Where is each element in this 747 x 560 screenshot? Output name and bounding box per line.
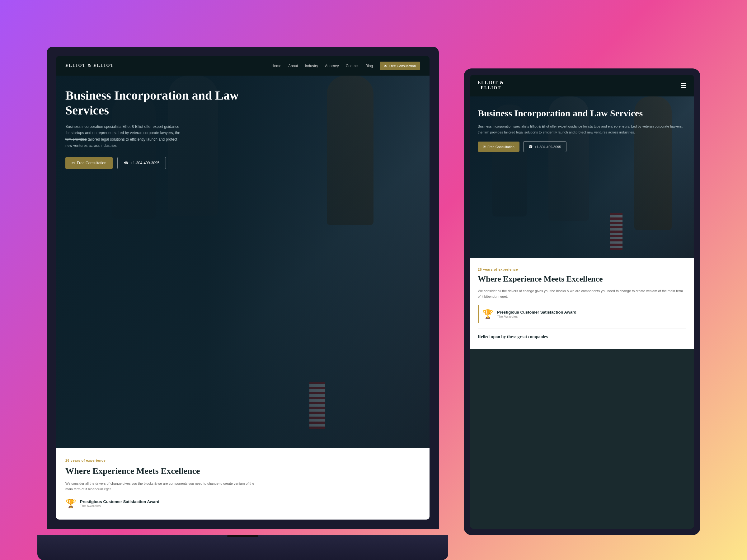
- laptop-logo: ELLIOT & ELLIOT: [66, 63, 114, 69]
- website-tablet: ELLIOT &ELLIOT ☰ Bu: [470, 75, 694, 529]
- hero-title-tablet: Business Incorporation and Law Services: [478, 107, 686, 119]
- free-consultation-button-tablet[interactable]: ✉ Free Consultation: [478, 141, 519, 152]
- hero-title-laptop: Business Incorporation and Law Services: [66, 88, 252, 118]
- section-tag-tablet: 26 years of experience: [478, 268, 686, 271]
- hero-buttons-tablet: ✉ Free Consultation ☎ +1-304-499-3095: [478, 141, 686, 152]
- nav-about[interactable]: About: [288, 64, 298, 68]
- comment-icon: ✉: [384, 64, 387, 68]
- section-description-tablet: We consider all the drivers of change gi…: [478, 288, 686, 300]
- award-text-tablet: Prestigious Customer Satisfaction Award …: [497, 310, 576, 318]
- relied-upon-text: Relied upon by these great companies: [478, 335, 686, 340]
- laptop-body: ELLIOT & ELLIOT Home About Industry Atto…: [47, 47, 439, 529]
- hero-content-tablet: Business Incorporation and Law Services …: [470, 97, 694, 163]
- hero-description-laptop: Business incorporation specialists Ellio…: [66, 124, 184, 149]
- laptop-device: ELLIOT & ELLIOT Home About Industry Atto…: [47, 47, 439, 560]
- phone-icon-btn: ☎: [124, 161, 129, 165]
- nav-contact[interactable]: Contact: [346, 64, 359, 68]
- tablet-screen-bezel: ELLIOT &ELLIOT ☰ Bu: [470, 75, 694, 529]
- laptop-base: [37, 535, 448, 560]
- tablet-logo: ELLIOT &ELLIOT: [478, 80, 504, 91]
- divider: [478, 328, 686, 329]
- scene: ELLIOT & ELLIOT Home About Industry Atto…: [31, 31, 716, 529]
- hamburger-menu-icon[interactable]: ☰: [681, 82, 686, 89]
- nav-cta-button[interactable]: ✉ Free Consultation: [380, 61, 420, 70]
- free-consultation-label: Free Consultation: [77, 161, 106, 165]
- navbar-tablet: ELLIOT &ELLIOT ☰: [470, 75, 694, 97]
- tablet-device: ELLIOT &ELLIOT ☰ Bu: [464, 69, 700, 535]
- hero-section-tablet: Business Incorporation and Law Services …: [470, 97, 694, 258]
- laptop-hinge: [227, 535, 258, 537]
- trophy-icon: 🏆: [66, 499, 76, 509]
- award-text: Prestigious Customer Satisfaction Award …: [80, 499, 159, 508]
- phone-label-tablet: +1-304-499-3095: [535, 145, 561, 149]
- hero-content: Business Incorporation and Law Services …: [56, 76, 261, 179]
- navbar-laptop: ELLIOT & ELLIOT Home About Industry Atto…: [56, 56, 430, 76]
- free-consultation-button-laptop[interactable]: ✉ Free Consultation: [66, 157, 113, 169]
- section-title-tablet: Where Experience Meets Excellence: [478, 274, 686, 284]
- hero-description-tablet: Business incorporation specialists Ellio…: [478, 124, 686, 135]
- hero-buttons-laptop: ✉ Free Consultation ☎ +1-304-499-3095: [66, 157, 252, 169]
- comment-icon-tablet: ✉: [483, 145, 486, 149]
- experience-section-laptop: 26 years of experience Where Experience …: [56, 448, 430, 519]
- comment-icon-btn: ✉: [72, 161, 75, 165]
- nav-attorney[interactable]: Attorney: [325, 64, 339, 68]
- free-consultation-label-tablet: Free Consultation: [487, 145, 515, 149]
- phone-icon-tablet: ☎: [529, 145, 533, 149]
- phone-button-tablet[interactable]: ☎ +1-304-499-3095: [523, 141, 566, 152]
- nav-home[interactable]: Home: [272, 64, 281, 68]
- experience-section-tablet: 26 years of experience Where Experience …: [470, 258, 694, 349]
- trophy-icon-tablet: 🏆: [483, 309, 493, 319]
- website-laptop: ELLIOT & ELLIOT Home About Industry Atto…: [56, 56, 430, 519]
- phone-label-laptop: +1-304-499-3095: [131, 161, 159, 165]
- nav-industry[interactable]: Industry: [305, 64, 318, 68]
- phone-button-laptop[interactable]: ☎ +1-304-499-3095: [117, 157, 166, 169]
- award-block-laptop: 🏆 Prestigious Customer Satisfaction Awar…: [66, 499, 420, 509]
- section-title-laptop: Where Experience Meets Excellence: [66, 466, 420, 476]
- section-tag-laptop: 26 years of experience: [66, 459, 420, 462]
- nav-cta-label: Free Consultation: [389, 64, 416, 68]
- nav-blog[interactable]: Blog: [365, 64, 373, 68]
- hero-section-laptop: Business Incorporation and Law Services …: [56, 76, 430, 448]
- nav-links: Home About Industry Attorney Contact Blo…: [272, 61, 420, 70]
- laptop-screen-bezel: ELLIOT & ELLIOT Home About Industry Atto…: [56, 56, 430, 519]
- tablet-body: ELLIOT &ELLIOT ☰ Bu: [464, 69, 700, 535]
- award-subtitle-tablet: The Awardies: [497, 315, 576, 318]
- section-description-laptop: We consider all the drivers of change gi…: [66, 481, 260, 492]
- award-subtitle-laptop: The Awardies: [80, 504, 159, 508]
- award-title-tablet: Prestigious Customer Satisfaction Award: [497, 310, 576, 315]
- award-title-laptop: Prestigious Customer Satisfaction Award: [80, 499, 159, 504]
- award-block-tablet: 🏆 Prestigious Customer Satisfaction Awar…: [478, 305, 686, 323]
